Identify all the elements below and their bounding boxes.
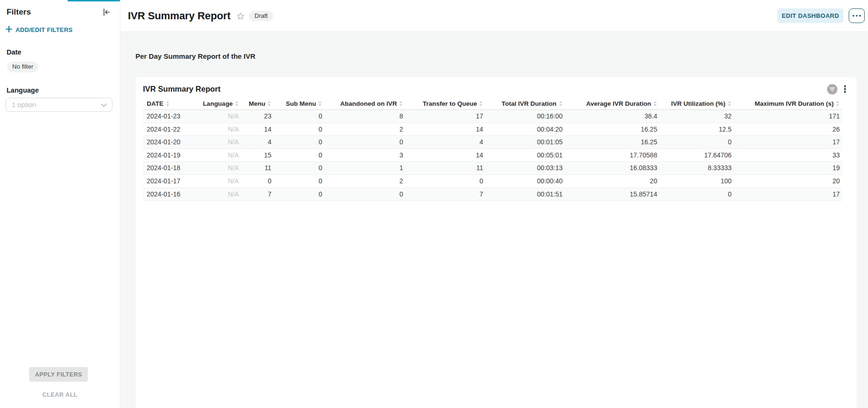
table-cell: 2024-01-17 <box>143 174 198 188</box>
column-header[interactable]: Language <box>198 97 243 110</box>
table-cell: 2024-01-19 <box>143 149 198 162</box>
column-header-label: Total IVR Duration <box>502 100 557 107</box>
table-cell: 00:16:00 <box>487 110 566 123</box>
report-widget-card: IVR Summary Report <box>135 77 857 408</box>
table-cell: 0 <box>275 110 326 123</box>
table-cell: N/A <box>198 123 243 136</box>
column-header[interactable]: IVR Utilization (%) <box>661 97 735 110</box>
table-row: 2024-01-20N/A400400:01:0516.25017 <box>143 136 842 149</box>
sort-icon <box>235 101 239 107</box>
table-cell: 8.33333 <box>661 162 735 175</box>
table-cell: 15.85714 <box>567 188 661 201</box>
table-cell: 26 <box>735 123 842 136</box>
table-cell: 12.5 <box>661 123 735 136</box>
table-cell: 4 <box>407 136 487 149</box>
sort-icon <box>267 101 271 107</box>
widget-filter-button[interactable] <box>827 84 837 94</box>
collapse-left-icon <box>102 11 111 18</box>
table-cell: N/A <box>198 174 243 188</box>
filter-funnel-icon <box>827 89 837 96</box>
table-cell: 14 <box>407 149 487 162</box>
column-header-label: Average IVR Duration <box>586 100 651 107</box>
table-cell: 0 <box>275 123 326 136</box>
table-row: 2024-01-22N/A14021400:04:2016.2512.526 <box>143 123 842 136</box>
table-cell: 8 <box>326 110 407 123</box>
table-cell: 2024-01-18 <box>143 162 198 175</box>
column-header[interactable]: Average IVR Duration <box>567 97 661 110</box>
sort-icon <box>166 101 170 107</box>
table-cell: N/A <box>198 149 243 162</box>
date-filter-chip[interactable]: No filter <box>7 62 39 72</box>
sort-icon <box>727 101 732 107</box>
table-cell: 00:00:40 <box>487 174 566 188</box>
table-cell: 0 <box>275 149 326 162</box>
filters-title: Filters <box>7 8 31 17</box>
column-header[interactable]: DATE <box>143 97 198 110</box>
table-cell: 32 <box>661 110 735 123</box>
column-header-label: Maximum IVR Duration (s) <box>755 100 834 107</box>
column-header[interactable]: Sub Menu <box>275 97 326 110</box>
table-cell: 2024-01-20 <box>143 136 198 149</box>
widget-menu-button[interactable] <box>842 85 848 93</box>
clear-all-button[interactable]: CLEAR ALL <box>0 391 120 399</box>
table-cell: 14 <box>243 123 275 136</box>
table-cell: 7 <box>407 188 487 201</box>
column-header[interactable]: Maximum IVR Duration (s) <box>735 97 842 110</box>
add-edit-filters-button[interactable]: ADD/EDIT FILTERS <box>6 26 72 34</box>
collapse-sidebar-button[interactable] <box>101 7 112 18</box>
table-cell: 17 <box>407 110 487 123</box>
dashboard-description: Per Day Summary Report of the IVR <box>135 52 857 60</box>
table-row: 2024-01-19N/A15031400:05:0117.7058817.64… <box>143 149 842 162</box>
table-cell: 0 <box>407 174 487 188</box>
language-select[interactable]: 1 option <box>6 98 112 112</box>
kebab-dot <box>844 88 846 90</box>
table-cell: 2 <box>326 123 407 136</box>
table-cell: 7 <box>243 188 275 201</box>
table-cell: 171 <box>735 110 842 123</box>
table-cell: 0 <box>275 136 326 149</box>
language-filter-label: Language <box>7 87 120 94</box>
table-cell: 11 <box>243 162 275 175</box>
table-cell: 2024-01-16 <box>143 188 198 201</box>
table-cell: 0 <box>661 188 735 201</box>
table-cell: 0 <box>243 174 275 188</box>
date-filter-label: Date <box>7 49 120 56</box>
column-header[interactable]: Total IVR Duration <box>487 97 566 110</box>
apply-filters-button[interactable]: APPLY FILTERS <box>29 367 88 382</box>
table-cell: 0 <box>326 136 407 149</box>
edit-dashboard-button[interactable]: EDIT DASHBOARD <box>777 8 844 23</box>
table-cell: 0 <box>275 188 326 201</box>
page-title: IVR Summary Report <box>128 10 230 22</box>
table-cell: 2024-01-23 <box>143 110 198 123</box>
status-badge: Draft <box>249 11 273 21</box>
table-cell: 38.4 <box>567 110 661 123</box>
star-icon <box>237 15 245 22</box>
table-cell: 00:01:51 <box>487 188 566 201</box>
table-row: 2024-01-18N/A11011100:03:1316.083338.333… <box>143 162 842 175</box>
main-area: IVR Summary Report Draft EDIT DASHBOARD … <box>120 0 868 408</box>
table-cell: 15 <box>243 149 275 162</box>
table-cell: 0 <box>275 162 326 175</box>
chevron-down-icon <box>101 101 107 109</box>
table-cell: 14 <box>407 123 487 136</box>
table-cell: N/A <box>198 162 243 175</box>
table-cell: 0 <box>326 188 407 201</box>
favorite-star-button[interactable] <box>237 12 245 20</box>
table-cell: 00:04:20 <box>487 123 566 136</box>
sort-icon <box>479 101 483 107</box>
kebab-dot <box>844 91 846 93</box>
column-header[interactable]: Abandoned on IVR <box>326 97 407 110</box>
more-options-button[interactable] <box>849 8 865 23</box>
report-table-wrap: DATELanguageMenuSub MenuAbandoned on IVR… <box>143 97 842 201</box>
table-cell: 00:01:05 <box>487 136 566 149</box>
table-cell: 0 <box>275 174 326 188</box>
filters-sidebar: Filters ADD/EDIT FILTERS Date No filter … <box>0 0 120 408</box>
table-cell: 0 <box>661 136 735 149</box>
column-header[interactable]: Menu <box>243 97 275 110</box>
table-cell: 2024-01-22 <box>143 123 198 136</box>
add-edit-filters-label: ADD/EDIT FILTERS <box>16 26 72 33</box>
table-cell: 4 <box>243 136 275 149</box>
column-header[interactable]: Transfer to Queue <box>407 97 487 110</box>
table-cell: 17 <box>735 136 842 149</box>
sidebar-top-accent <box>68 0 120 1</box>
